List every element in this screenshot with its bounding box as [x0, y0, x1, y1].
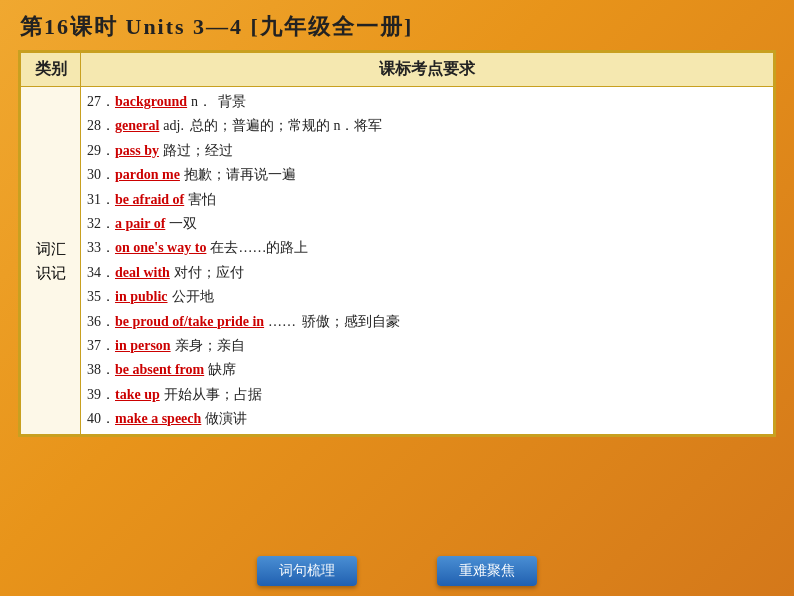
table-row: 28．generaladj.总的；普遍的；常规的 n．将军 — [87, 114, 767, 138]
vocab-review-button[interactable]: 词句梳理 — [257, 556, 357, 586]
key-points-button[interactable]: 重难聚焦 — [437, 556, 537, 586]
table-row: 32．a pair of一双 — [87, 212, 767, 236]
table-row: 31．be afraid of害怕 — [87, 188, 767, 212]
table-row: 38．be absent from缺席 — [87, 358, 767, 382]
row-number: 35． — [87, 286, 115, 308]
row-number: 27． — [87, 91, 115, 113]
phrase-meaning: 一双 — [169, 213, 197, 235]
phrase-meaning: 害怕 — [188, 189, 216, 211]
phrase-meaning: 公开地 — [172, 286, 214, 308]
phrase-text: general — [115, 115, 159, 137]
row-number: 30． — [87, 164, 115, 186]
vocabulary-section: 词汇 识记27．backgroundn．背景28．generaladj.总的；普… — [21, 87, 774, 435]
main-table-wrapper: 类别 课标考点要求 词汇 识记27．backgroundn．背景28．gener… — [18, 50, 776, 437]
phrase-meaning: 开始从事；占据 — [164, 384, 262, 406]
footer-bar: 词句梳理 重难聚焦 — [0, 556, 794, 586]
phrase-text: make a speech — [115, 408, 201, 430]
phrase-suffix: n． — [191, 91, 212, 113]
phrase-text: be proud of/take pride in — [115, 311, 264, 333]
col2-header: 课标考点要求 — [81, 53, 774, 87]
table-header-row: 类别 课标考点要求 — [21, 53, 774, 87]
row-number: 31． — [87, 189, 115, 211]
phrase-suffix: …… — [268, 311, 296, 333]
phrase-meaning: 缺席 — [208, 359, 236, 381]
phrase-text: in person — [115, 335, 171, 357]
row-number: 39． — [87, 384, 115, 406]
phrase-text: a pair of — [115, 213, 165, 235]
header-title: 第16课时 Units 3—4 [九年级全一册] — [20, 14, 413, 39]
phrase-text: on one's way to — [115, 237, 206, 259]
row-number: 40． — [87, 408, 115, 430]
row-number: 36． — [87, 311, 115, 333]
row-number: 28． — [87, 115, 115, 137]
table-row: 30．pardon me抱歉；请再说一遍 — [87, 163, 767, 187]
col1-header: 类别 — [21, 53, 81, 87]
phrase-text: background — [115, 91, 187, 113]
table-row: 33．on one's way to在去……的路上 — [87, 236, 767, 260]
phrase-meaning: 路过；经过 — [163, 140, 233, 162]
phrase-suffix: adj. — [163, 115, 184, 137]
row-number: 38． — [87, 359, 115, 381]
table-row: 37．in person亲身；亲自 — [87, 334, 767, 358]
row-number: 33． — [87, 237, 115, 259]
phrase-meaning: 抱歉；请再说一遍 — [184, 164, 296, 186]
phrase-text: deal with — [115, 262, 170, 284]
phrase-text: be absent from — [115, 359, 204, 381]
phrase-text: take up — [115, 384, 160, 406]
phrase-meaning: 对付；应付 — [174, 262, 244, 284]
row-number: 34． — [87, 262, 115, 284]
phrase-meaning: 骄傲；感到自豪 — [302, 311, 400, 333]
table-row: 34．deal with对付；应付 — [87, 261, 767, 285]
row-number: 32． — [87, 213, 115, 235]
table-row: 39．take up开始从事；占据 — [87, 383, 767, 407]
page-header: 第16课时 Units 3—4 [九年级全一册] — [0, 0, 794, 50]
phrase-text: be afraid of — [115, 189, 184, 211]
phrase-text: pass by — [115, 140, 159, 162]
row-number: 37． — [87, 335, 115, 357]
content-cell: 27．backgroundn．背景28．generaladj.总的；普遍的；常规… — [81, 87, 774, 435]
phrase-meaning: 亲身；亲自 — [175, 335, 245, 357]
table-row: 27．backgroundn．背景 — [87, 90, 767, 114]
row-number: 29． — [87, 140, 115, 162]
table-row: 40．make a speech做演讲 — [87, 407, 767, 431]
phrase-meaning: 总的；普遍的；常规的 n．将军 — [190, 115, 383, 137]
phrase-text: in public — [115, 286, 168, 308]
phrase-meaning: 在去……的路上 — [210, 237, 308, 259]
table-row: 35．in public公开地 — [87, 285, 767, 309]
table-row: 36．be proud of/take pride in……骄傲；感到自豪 — [87, 310, 767, 334]
table-row: 29．pass by路过；经过 — [87, 139, 767, 163]
phrase-text: pardon me — [115, 164, 180, 186]
phrase-meaning: 做演讲 — [205, 408, 247, 430]
category-cell: 词汇 识记 — [21, 87, 81, 435]
phrase-meaning: 背景 — [218, 91, 246, 113]
content-table: 类别 课标考点要求 词汇 识记27．backgroundn．背景28．gener… — [20, 52, 774, 435]
